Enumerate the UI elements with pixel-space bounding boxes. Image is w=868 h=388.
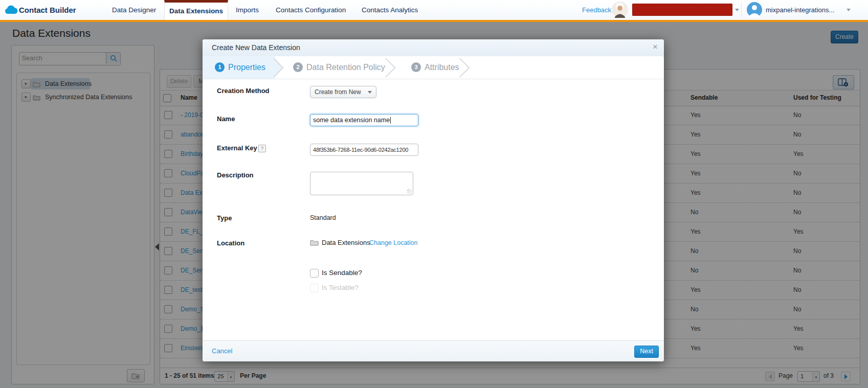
account-menu[interactable]: mixpanel-integrations... (766, 0, 834, 20)
location-label: Location (217, 239, 244, 247)
tab-data-designer[interactable]: Data Designer (112, 0, 156, 20)
type-label: Type (217, 214, 232, 222)
external-key-field[interactable]: 48f353b6-7268-11ec-90d6-0242ac1200 (310, 144, 418, 156)
external-key-label: External Key (217, 144, 257, 152)
caret-down-icon[interactable] (735, 9, 739, 11)
resize-handle-icon[interactable] (407, 189, 412, 194)
name-field-value: some data extension name (313, 117, 390, 124)
tab-contacts-analytics[interactable]: Contacts Analytics (362, 0, 418, 20)
step-number-badge: 1 (215, 62, 225, 72)
modal-steps-bar: 1 Properties 2 Data Retention Policy 3 A… (203, 56, 664, 79)
step-attributes[interactable]: Attributes (425, 56, 459, 79)
is-sendable-label[interactable]: Is Sendable? (322, 269, 362, 277)
help-icon[interactable]: ? (258, 145, 266, 152)
nav-divider (741, 3, 742, 17)
name-field[interactable]: some data extension name (310, 114, 418, 126)
step-properties[interactable]: Properties (228, 56, 265, 79)
type-value: Standard (310, 214, 336, 221)
step-data-retention-policy[interactable]: Data Retention Policy (306, 56, 385, 79)
modal-header: Create New Data Extension × (203, 39, 664, 57)
location-value: Data Extensions (322, 239, 370, 246)
modal-title: Create New Data Extension (212, 39, 300, 56)
description-field[interactable] (310, 172, 413, 195)
feedback-link[interactable]: Feedback (582, 0, 611, 20)
step-number-badge: 3 (411, 62, 421, 72)
top-nav: Contact Builder Data Designer Data Exten… (0, 0, 868, 22)
step-number-badge: 2 (293, 62, 303, 72)
creation-method-dropdown[interactable]: Create from New (310, 86, 376, 98)
cancel-link[interactable]: Cancel (212, 341, 232, 361)
caret-down-icon[interactable] (847, 9, 851, 11)
tab-contacts-configuration[interactable]: Contacts Configuration (276, 0, 346, 20)
modal-footer: Cancel Next (203, 340, 664, 361)
name-label: Name (217, 115, 235, 123)
einstein-avatar[interactable] (612, 2, 628, 20)
text-cursor (390, 117, 391, 124)
user-avatar-icon[interactable] (747, 2, 762, 19)
creation-method-label: Creation Method (217, 87, 270, 95)
is-sendable-checkbox[interactable] (310, 269, 319, 278)
description-label: Description (217, 171, 254, 179)
tab-data-extensions[interactable]: Data Extensions (164, 0, 228, 20)
folder-icon (310, 239, 319, 248)
change-location-link[interactable]: Change Location (369, 239, 418, 246)
cloud-logo-icon (5, 5, 18, 16)
create-data-extension-modal: Create New Data Extension × 1 Properties… (203, 39, 664, 361)
caret-down-icon (368, 91, 372, 94)
redacted-block (632, 4, 732, 16)
is-testable-label: Is Testable? (322, 284, 359, 291)
creation-method-value: Create from New (315, 86, 361, 98)
is-testable-checkbox (310, 284, 319, 292)
app-title: Contact Builder (19, 0, 76, 20)
next-button[interactable]: Next (634, 346, 659, 358)
close-icon[interactable]: × (653, 42, 658, 52)
tab-imports[interactable]: Imports (236, 0, 259, 20)
